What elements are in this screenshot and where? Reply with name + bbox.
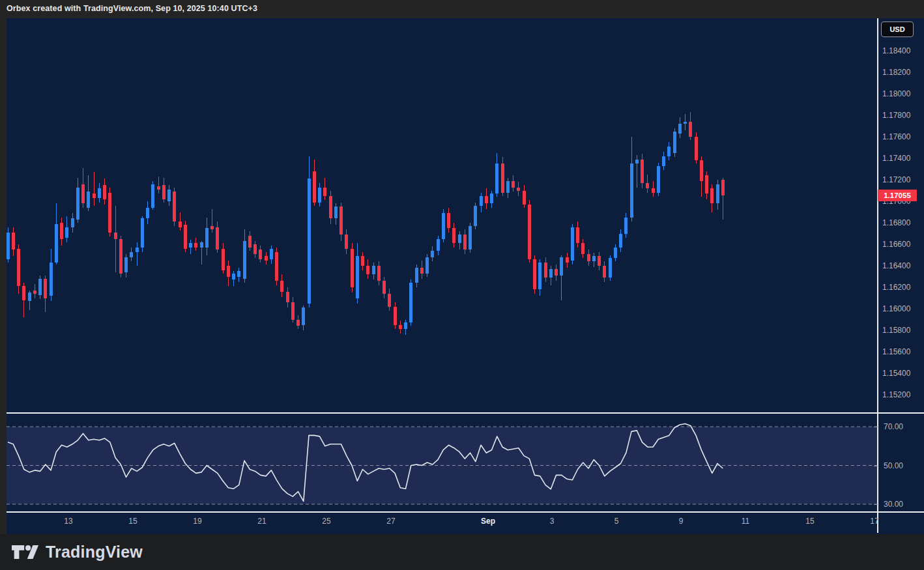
candle [447,208,450,233]
candle [157,177,160,193]
candle [22,283,25,317]
candle [576,221,579,248]
candle [431,246,434,261]
time-axis-label: 17 [870,517,878,526]
candle [560,255,563,300]
candle [232,271,235,286]
candle [265,252,268,265]
candle [141,216,144,251]
candle [334,203,338,225]
candle [296,315,300,329]
candle [549,266,553,285]
candle [437,236,440,255]
price-axis-label: 1.17200 [882,175,910,185]
rsi-axis-tick [874,466,878,466]
candle [689,112,692,140]
candle [17,244,20,294]
chart-attribution-title: Orbex created with TradingView.com, Sep … [7,4,257,13]
candle [237,268,240,281]
candle [399,321,402,334]
candle [673,128,676,158]
candle [227,261,230,287]
candle [641,154,644,188]
candle [495,153,498,197]
rsi-indicator-pane[interactable] [7,414,878,511]
candle [60,218,63,246]
candle [167,185,171,205]
candle [7,227,10,263]
candle [383,277,386,298]
candle [512,175,515,192]
price-axis-label: 1.15200 [882,390,910,400]
candle [657,163,660,196]
tradingview-logo[interactable]: TradingView [12,543,143,562]
currency-unit-button[interactable]: USD [881,21,914,37]
candle [700,156,703,197]
candle [614,244,617,261]
candle [339,203,343,241]
time-axis-label: 5 [614,517,619,526]
pane-separator-top[interactable] [7,412,924,414]
candle [33,284,36,298]
candle [114,206,117,272]
candle [587,249,590,266]
candle [71,213,74,233]
candle [151,181,154,210]
price-axis-label: 1.16200 [882,282,910,292]
candle [458,231,461,249]
candle [388,289,391,311]
candle [474,203,477,229]
candle [480,193,483,212]
rsi-axis[interactable]: 70.0050.0030.00 [878,414,924,511]
tradingview-chart-window: Orbex created with TradingView.com, Sep … [0,0,924,570]
candle [179,212,182,231]
candle [351,243,354,292]
price-axis-label: 1.17600 [882,132,910,142]
candle [119,236,123,278]
price-axis-label: 1.18400 [882,46,910,56]
candle [624,213,628,238]
candle [162,178,166,203]
time-axis[interactable]: 131519212527Sep359111517 [7,513,924,534]
time-axis-label: 3 [550,517,555,526]
candlestick-pane[interactable] [7,18,878,412]
price-axis-label: 1.15600 [882,347,910,357]
time-axis-label: 27 [386,517,395,526]
candle [598,252,601,270]
candle [538,259,541,296]
candle [222,243,225,273]
candle [243,229,246,283]
candle [146,201,149,224]
time-axis-label: 19 [193,517,201,526]
candle [533,255,536,294]
candle [463,229,467,254]
candle [485,188,488,208]
time-axis-label: 13 [64,517,72,526]
rsi-axis-tick [874,427,878,427]
candle [662,152,665,170]
price-axis-label: 1.16000 [882,304,910,314]
candle [173,188,176,226]
candle [571,224,574,265]
candle [308,156,311,308]
candle [394,302,397,329]
candle [420,261,424,279]
candle [98,183,101,203]
price-axis-label: 1.16400 [882,261,910,271]
candle [581,239,585,259]
candle [291,297,295,323]
candle [517,182,520,195]
candle [452,223,455,248]
candle [523,185,526,208]
candle [506,178,510,198]
last-price-badge: 1.17055 [878,190,917,201]
price-axis-label: 1.15400 [882,368,910,378]
price-axis[interactable]: USD 1.17055 1.184001.182001.180001.17800… [878,18,924,412]
candle [528,200,531,263]
candle [130,248,133,261]
time-axis-label: 15 [805,517,814,526]
candle [705,171,708,199]
candle [253,241,257,258]
candle [76,178,79,223]
time-axis-label: 11 [742,517,749,526]
